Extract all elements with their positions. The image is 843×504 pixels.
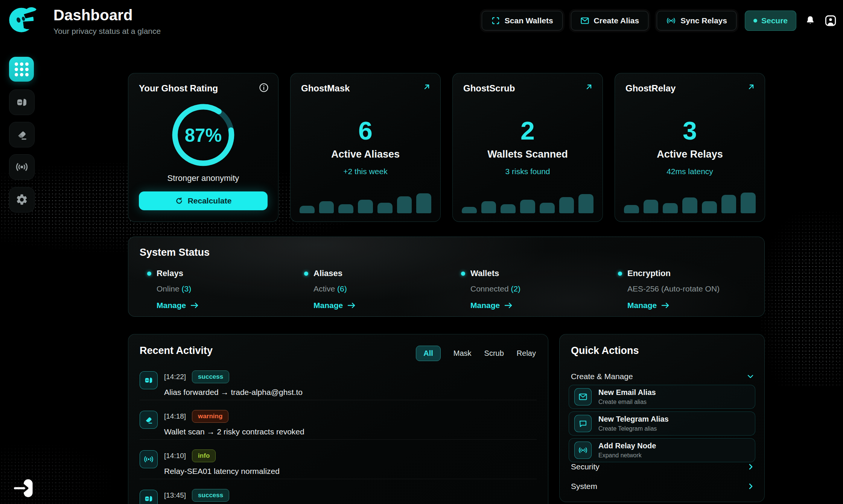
activity-text: Relay-SEA01 latency normalized: [164, 467, 280, 476]
card-title: Your Ghost Rating: [139, 83, 268, 94]
new-email-alias-action[interactable]: New Email Alias Create email alias: [569, 385, 755, 409]
ghost-logo-icon: [8, 5, 37, 34]
tab-scrub[interactable]: Scrub: [484, 349, 504, 358]
card-title: GhostMask: [301, 83, 430, 94]
tab-mask[interactable]: Mask: [453, 349, 472, 358]
page-subtitle: Your privacy status at a glance: [53, 27, 161, 36]
chat-icon: [574, 415, 592, 432]
tab-all[interactable]: All: [416, 346, 441, 361]
recalculate-button[interactable]: Recalculate: [139, 191, 268, 210]
manage-aliases-link[interactable]: Manage: [313, 301, 455, 310]
system-link[interactable]: System: [571, 482, 753, 491]
manage-encryption-link[interactable]: Manage: [627, 301, 768, 310]
add-relay-node-action[interactable]: Add Relay Node Expand network: [569, 438, 755, 462]
activity-row: [13:45] success New alias created → dev-…: [140, 489, 537, 504]
activity-time: [14:22]: [164, 373, 186, 381]
status-dot-icon: [618, 272, 622, 276]
action-subtitle: Create Telegram alias: [598, 425, 669, 432]
sidebar-item-relay[interactable]: [9, 154, 35, 180]
status-col-encryption: Encryption AES-256 (Auto-rotate ON) Mana…: [618, 269, 768, 310]
header-actions: Scan Wallets Create Alias Sync Relays Se…: [482, 11, 837, 31]
create-alias-button[interactable]: Create Alias: [571, 11, 649, 30]
avatar-icon: [824, 14, 837, 27]
metric-sub: +2 this week: [291, 167, 440, 176]
status-col-relays: Relays Online (3) Manage: [147, 269, 298, 310]
arrow-right-icon: [190, 302, 199, 309]
arrow-right-icon: [504, 302, 513, 309]
status-name: Relays: [157, 269, 183, 278]
sidebar-item-dashboard[interactable]: [9, 57, 34, 82]
status-value: AES-256 (Auto-rotate ON): [627, 284, 768, 293]
group-label: Create & Manage: [571, 372, 633, 381]
notifications-button[interactable]: [805, 15, 816, 26]
page-header: Dashboard Your privacy status at a glanc…: [53, 7, 161, 36]
activity-list: [14:22] success Alias forwarded → trade-…: [140, 370, 537, 504]
security-link[interactable]: Security: [571, 462, 753, 471]
info-icon[interactable]: [259, 82, 269, 93]
relay-icon: [574, 442, 592, 459]
activity-row: [14:10] info Relay-SEA01 latency normali…: [140, 449, 537, 479]
sidebar-item-scrub[interactable]: [9, 122, 35, 147]
activity-text: Wallet scan → 2 risky contracts revoked: [164, 427, 304, 436]
mask-icon: [140, 371, 158, 389]
arrow-up-right-icon[interactable]: [422, 82, 431, 91]
tab-relay[interactable]: Relay: [517, 349, 536, 358]
page-title: Dashboard: [53, 7, 161, 24]
mask-icon: [140, 490, 158, 504]
halftone-texture: [760, 211, 843, 387]
logout-button[interactable]: [13, 478, 35, 498]
sidebar-item-settings[interactable]: [9, 187, 35, 213]
status-name: Wallets: [470, 269, 499, 278]
arrow-up-right-icon[interactable]: [747, 82, 756, 91]
arrow-right-icon: [661, 302, 670, 309]
scan-icon: [491, 16, 500, 25]
ghostscrub-card[interactable]: GhostScrub 2 Wallets Scanned 3 risks fou…: [452, 73, 603, 222]
eraser-icon: [15, 128, 28, 141]
arrow-right-icon: [347, 302, 356, 309]
recent-activity-panel: Recent Activity All Mask Scrub Relay [14…: [128, 334, 548, 504]
exit-icon: [13, 478, 35, 498]
manage-wallets-link[interactable]: Manage: [470, 301, 612, 310]
metric-sub: 42ms latency: [615, 167, 765, 176]
metric-value: 6: [291, 118, 440, 143]
create-manage-group-toggle[interactable]: Create & Manage: [571, 372, 754, 381]
scan-wallets-label: Scan Wallets: [505, 16, 553, 25]
metric-sub: 3 risks found: [453, 167, 603, 176]
scan-wallets-button[interactable]: Scan Wallets: [482, 11, 563, 30]
metric-value: 3: [615, 118, 765, 143]
action-title: Add Relay Node: [598, 442, 656, 450]
recent-activity-title: Recent Activity: [140, 345, 213, 357]
chevron-right-icon: [749, 483, 753, 490]
manage-relays-link[interactable]: Manage: [157, 301, 298, 310]
mail-icon: [574, 388, 592, 405]
chevron-right-icon: [749, 463, 753, 470]
sync-relays-button[interactable]: Sync Relays: [657, 11, 736, 30]
profile-button[interactable]: [824, 14, 837, 27]
ghostrelay-card[interactable]: GhostRelay 3 Active Relays 42ms latency: [615, 73, 765, 222]
status-badge: success: [192, 489, 229, 502]
quick-actions-title: Quick Actions: [571, 345, 639, 357]
activity-time: [13:45]: [164, 491, 186, 499]
status-dot-icon: [753, 19, 757, 23]
recalculate-label: Recalculate: [188, 196, 232, 205]
link-label: Security: [571, 462, 600, 471]
sidebar-item-mask[interactable]: [9, 90, 35, 115]
action-subtitle: Create email alias: [598, 399, 656, 405]
status-value: Online (3): [157, 284, 298, 293]
new-telegram-alias-action[interactable]: New Telegram Alias Create Telegram alias: [569, 411, 755, 436]
gear-icon: [15, 193, 28, 206]
metric-label: Active Relays: [615, 149, 765, 160]
card-title: GhostRelay: [625, 83, 754, 94]
ghostmask-card[interactable]: GhostMask 6 Active Aliases +2 this week: [290, 73, 441, 222]
activity-row: [14:18] warning Wallet scan → 2 risky co…: [140, 410, 537, 440]
activity-text: Alias forwarded → trade-alpha@ghst.to: [164, 388, 303, 397]
action-title: New Email Alias: [598, 388, 656, 397]
ghost-rating-ring: 87%: [172, 103, 235, 167]
ghost-rating-card: Your Ghost Rating 87% Stronger anonymity…: [128, 73, 278, 222]
bell-icon: [805, 15, 816, 26]
mail-icon: [580, 16, 589, 25]
action-title: New Telegram Alias: [598, 415, 669, 424]
arrow-up-right-icon[interactable]: [584, 82, 593, 91]
mini-bar-chart: [624, 191, 756, 213]
status-dot-icon: [461, 272, 465, 276]
